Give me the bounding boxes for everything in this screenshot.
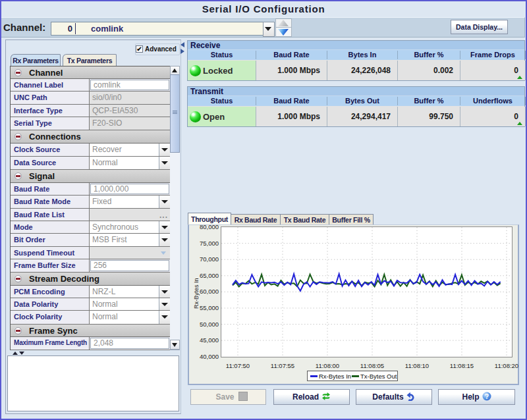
svg-text:?: ? <box>484 393 488 400</box>
